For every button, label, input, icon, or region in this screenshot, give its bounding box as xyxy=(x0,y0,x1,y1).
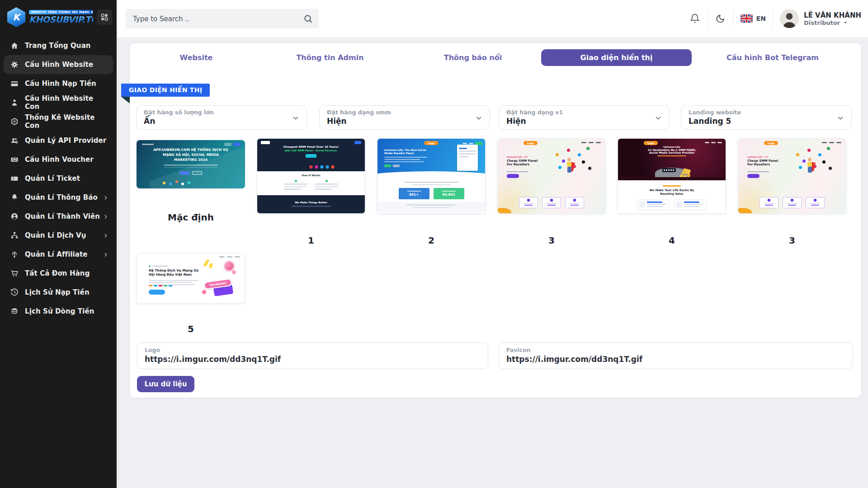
users-gear-icon xyxy=(10,136,19,145)
theme-preview-3b[interactable]: Logo testsmm.info • #1 Cheap SMM Panel F… xyxy=(738,138,846,214)
dropdown-dat-hang-dang-smm[interactable]: Đặt hàng dạng smm Hiện xyxy=(319,105,490,130)
dropdown-dat-hang-dang-v1[interactable]: Đặt hàng dạng v1 Hiện xyxy=(499,105,670,130)
theme-label: 2 xyxy=(377,235,486,246)
chevron-down-icon xyxy=(655,114,662,122)
tab-thong-bao-noi[interactable]: Thông báo nổi xyxy=(444,49,502,66)
sidebar-collapse-button[interactable] xyxy=(97,9,112,25)
tab-giao-dien-hien-thi[interactable]: Giao diện hiển thị xyxy=(541,49,692,66)
cart-icon xyxy=(10,269,19,278)
chevron-down-icon xyxy=(292,114,299,122)
gear-icon xyxy=(10,60,19,69)
sidebar-item-cau-hinh-website-con[interactable]: Cấu Hình Website Con xyxy=(4,93,113,112)
brand-area: K WEBSITE TĂNG TƯƠNG TÁC MẠNG XÃ HỘI UY … xyxy=(0,0,117,32)
sitemap-icon xyxy=(10,231,19,240)
sidebar-item-tat-ca-don-hang[interactable]: Tất Cả Đơn Hàng xyxy=(4,264,113,283)
sidebar-item-cau-hinh-nap-tien[interactable]: Cấu Hình Nạp Tiền xyxy=(4,74,113,93)
grid-icon xyxy=(100,13,109,22)
theme-preview-default[interactable]: APP.SUBREVN.COM HỆ THỐNG DỊCH VỤ MẠNG XÃ… xyxy=(137,140,245,188)
chevron-down-icon xyxy=(475,114,482,122)
sidebar: K WEBSITE TĂNG TƯƠNG TÁC MẠNG XÃ HỘI UY … xyxy=(0,0,117,488)
theme-preview-4[interactable]: Logo testsmm.info #1 Destination No.1 SM… xyxy=(618,138,726,214)
theme-option-4: Logo testsmm.info #1 Destination No.1 SM… xyxy=(618,138,726,246)
user-circle-icon xyxy=(10,212,19,221)
theme-label: 1 xyxy=(257,235,365,246)
divider xyxy=(773,9,773,28)
sidebar-item-quan-ly-api-provider[interactable]: Quản Lý API Provider xyxy=(4,131,113,150)
coins-icon xyxy=(10,307,19,316)
home-icon xyxy=(10,41,19,50)
sidebar-item-quan-li-ticket[interactable]: Quản Lí Ticket xyxy=(4,169,113,188)
sidebar-item-quan-li-dich-vu[interactable]: Quản Lí Dịch Vụ xyxy=(4,226,113,245)
search-box xyxy=(126,9,319,28)
hexagon-globe-icon xyxy=(10,117,19,126)
voucher-icon xyxy=(10,155,19,164)
sidebar-nav: Trang Tổng Quan Cấu Hình Website Cấu Hìn… xyxy=(0,32,117,321)
chevron-down-icon xyxy=(837,114,844,122)
sidebar-item-quan-li-thong-bao[interactable]: Quản Lí Thông Báo xyxy=(4,188,113,207)
ticket-icon xyxy=(10,174,19,183)
theme-preview-1[interactable]: Cheapest SMM Panel Over 10 Years! with 1… xyxy=(257,138,365,214)
sidebar-item-cau-hinh-voucher[interactable]: Cấu Hình Voucher xyxy=(4,150,113,169)
theme-label: Mặc định xyxy=(137,212,245,223)
tab-cau-hinh-bot-telegram[interactable]: Cấu hình Bot Telegram xyxy=(726,49,819,66)
podcast-icon xyxy=(10,250,19,259)
chevron-right-icon xyxy=(103,233,108,239)
credit-card-icon xyxy=(10,79,19,88)
search-icon[interactable] xyxy=(303,14,313,24)
save-button[interactable]: Lưu dữ liệu xyxy=(137,376,194,392)
theme-label: 5 xyxy=(137,324,245,334)
theme-option-2: Logo testsmm.info, The Best Social Media… xyxy=(377,138,486,246)
theme-option-3: Logo testsmm.info • #1 Cheap SMM Panel F… xyxy=(497,138,606,246)
sidebar-item-quan-li-affiliate[interactable]: Quản Lí Affiliate xyxy=(4,245,113,264)
theme-preview-3[interactable]: Logo testsmm.info • #1 Cheap SMM Panel F… xyxy=(497,138,606,214)
brand-tagline: WEBSITE TĂNG TƯƠNG TÁC MẠNG XÃ HỘI UY TÍ… xyxy=(29,10,93,14)
theme-label: 3 xyxy=(738,235,846,246)
sidebar-item-lich-su-nap-tien[interactable]: Lịch Sử Nạp Tiền xyxy=(4,283,113,302)
avatar xyxy=(780,9,799,28)
bell-icon xyxy=(689,13,700,24)
user-role: Distributor xyxy=(804,19,840,26)
section-badge: GIAO DIỆN HIỂN THỊ xyxy=(121,84,210,97)
favicon-field-label: Favicon xyxy=(506,347,845,353)
history-icon xyxy=(10,288,19,297)
theme-preview-5[interactable]: Hệ Thống Dịch Vụ Mạng Xã Hội Hàng Đầu Vi… xyxy=(137,253,245,304)
theme-option-default: APP.SUBREVN.COM HỆ THỐNG DỊCH VỤ MẠNG XÃ… xyxy=(137,140,245,223)
chevron-right-icon xyxy=(103,252,108,258)
user-menu[interactable]: LÊ VĂN KHÁNH Distributor xyxy=(780,9,861,28)
sidebar-item-trang-tong-quan[interactable]: Trang Tổng Quan xyxy=(4,36,113,55)
language-selector[interactable]: EN xyxy=(741,14,766,23)
dark-mode-toggle[interactable] xyxy=(715,13,726,24)
sidebar-item-thong-ke-website-con[interactable]: Thống Kê Website Con xyxy=(4,112,113,131)
brand-title: KHOSUBVIP.TOP xyxy=(29,14,93,24)
brand-logo-icon: K xyxy=(7,7,25,27)
caret-down-icon xyxy=(843,20,848,25)
sidebar-item-lich-su-dong-tien[interactable]: Lịch Sử Dòng Tiền xyxy=(4,302,113,321)
chevron-right-icon xyxy=(103,214,108,220)
theme-option-5: Hệ Thống Dịch Vụ Mạng Xã Hội Hàng Đầu Vi… xyxy=(137,253,245,334)
divider xyxy=(733,9,734,28)
favicon-field: Favicon xyxy=(499,343,853,369)
bell-icon xyxy=(10,193,19,202)
sidebar-item-quan-li-thanh-vien[interactable]: Quản Lí Thành Viên xyxy=(4,207,113,226)
moon-icon xyxy=(715,14,726,24)
divider xyxy=(708,9,708,28)
logo-field-label: Logo xyxy=(145,347,481,353)
logo-input[interactable] xyxy=(145,355,481,364)
settings-card: Website Thông tin Admin Thông báo nổi Gi… xyxy=(130,43,861,398)
uk-flag-icon xyxy=(741,14,753,23)
top-header: EN LÊ VĂN KHÁNH Distributor xyxy=(117,0,868,37)
language-code: EN xyxy=(756,15,766,22)
theme-label: 4 xyxy=(618,235,726,246)
sidebar-item-cau-hinh-website[interactable]: Cấu Hình Website xyxy=(4,55,113,74)
dropdown-landing-website[interactable]: Landing website Landing 5 xyxy=(681,105,852,130)
dropdown-dat-hang-so-luong-lon[interactable]: Đặt hàng số lượng lớn Ẩn xyxy=(136,105,307,130)
notifications-button[interactable] xyxy=(689,13,701,24)
tab-website[interactable]: Website xyxy=(180,49,213,66)
theme-option-3b: Logo testsmm.info • #1 Cheap SMM Panel F… xyxy=(738,138,846,246)
theme-preview-2[interactable]: Logo testsmm.info, The Best Social Media… xyxy=(377,138,486,214)
main-content: Website Thông tin Admin Thông báo nổi Gi… xyxy=(117,37,868,488)
tab-thong-tin-admin[interactable]: Thông tin Admin xyxy=(296,49,363,66)
search-input[interactable] xyxy=(133,9,296,28)
favicon-input[interactable] xyxy=(506,355,845,364)
person-icon xyxy=(10,98,19,107)
